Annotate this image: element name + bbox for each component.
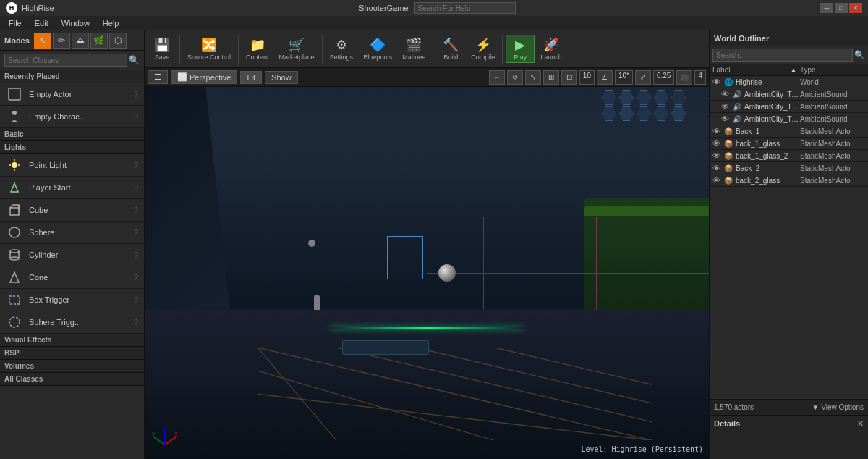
scale-snap-button[interactable]: ⤢ xyxy=(635,70,651,85)
eye-icon-5[interactable]: 👁 xyxy=(712,139,723,148)
svg-point-12 xyxy=(10,250,19,253)
matinee-label: Matinee xyxy=(402,54,425,61)
perspective-label: Perspective xyxy=(190,73,231,82)
visual-effects-header[interactable]: Visual Effects xyxy=(0,334,144,347)
eye-icon-7[interactable]: 👁 xyxy=(712,164,723,172)
outliner-col-label[interactable]: Label xyxy=(712,66,790,74)
menu-help[interactable]: Help xyxy=(97,17,125,29)
viewport[interactable]: ☰ ⬜ Perspective Lit Show ↔ ↺ ⤡ ⊞ ⊡ xyxy=(145,68,709,459)
lit-button[interactable]: Lit xyxy=(240,71,262,84)
minimize-button[interactable]: ─ xyxy=(820,3,833,13)
box-trigger-help[interactable]: ? xyxy=(134,295,138,304)
all-classes-header[interactable]: All Classes xyxy=(0,373,144,386)
place-box-trigger[interactable]: Box Trigger ? xyxy=(0,289,144,311)
help-search-input[interactable] xyxy=(414,2,516,14)
sphere-trigger-help[interactable]: ? xyxy=(134,318,138,327)
class-search-input[interactable] xyxy=(4,54,127,67)
outliner-item-highrise[interactable]: 👁 🌐 Highrise World xyxy=(710,76,868,88)
blueprints-button[interactable]: 🔷 Blueprints xyxy=(359,35,396,62)
bsp-header[interactable]: BSP xyxy=(0,347,144,360)
volumes-header[interactable]: Volumes xyxy=(0,360,144,373)
outliner-item-back1glass2[interactable]: 👁 📦 back_1_glass_2 StaticMeshActo xyxy=(710,150,868,162)
content-button[interactable]: 📁 Content xyxy=(242,35,273,62)
play-button[interactable]: ▶ Play xyxy=(506,35,535,63)
outliner-item-ambient-3[interactable]: 👁 🔊 AmbientCity_TypeD_Stereo_{AmbientSou… xyxy=(710,113,868,125)
svg-line-20 xyxy=(336,348,652,422)
place-empty-character[interactable]: Empty Charac... ? xyxy=(0,106,144,128)
place-player-start[interactable]: Player Start ? xyxy=(0,177,144,199)
outliner-search-input[interactable] xyxy=(712,49,853,62)
build-button[interactable]: 🔨 Build xyxy=(436,35,465,62)
title-bar-left: H HighRise xyxy=(6,2,54,14)
camera-speed-button[interactable]: 🎥 xyxy=(676,70,692,85)
save-button[interactable]: 💾 Save xyxy=(148,35,176,62)
mode-foliage-button[interactable]: 🌿 xyxy=(90,33,108,49)
perspective-button[interactable]: ⬜ Perspective xyxy=(171,70,237,84)
viewport-menu-button[interactable]: ☰ xyxy=(148,70,168,84)
eye-icon-1[interactable]: 👁 xyxy=(721,90,731,98)
empty-character-help[interactable]: ? xyxy=(134,112,138,121)
marketplace-button[interactable]: 🛒 Marketplace xyxy=(275,35,319,62)
eye-icon-4[interactable]: 👁 xyxy=(712,127,723,135)
view-options-button[interactable]: ▼ View Options xyxy=(812,403,864,411)
outliner-item-back1glass[interactable]: 👁 📦 back_1_glass StaticMeshActo xyxy=(710,138,868,150)
cylinder-help[interactable]: ? xyxy=(134,250,138,259)
cone-help[interactable]: ? xyxy=(134,273,138,282)
rotate-button[interactable]: ↺ xyxy=(507,70,523,85)
outliner-item-back1[interactable]: 👁 📦 Back_1 StaticMeshActo xyxy=(710,125,868,138)
viewport-scene[interactable]: X Y Z Level: Highrise (Persistent) xyxy=(145,87,709,459)
settings-button[interactable]: ⚙ Settings xyxy=(326,35,358,62)
maximize-button[interactable]: □ xyxy=(835,3,848,13)
lights-header[interactable]: Lights xyxy=(0,141,144,154)
mode-select-button[interactable]: ↖ xyxy=(34,33,51,49)
snap-button[interactable]: ⊞ xyxy=(543,70,559,85)
place-sphere[interactable]: Sphere ? xyxy=(0,222,144,244)
compile-button[interactable]: ⚡ Compile xyxy=(467,35,499,62)
place-cone[interactable]: Cone ? xyxy=(0,266,144,289)
eye-icon-8[interactable]: 👁 xyxy=(712,176,723,185)
scale-button[interactable]: ⤡ xyxy=(525,70,541,85)
toolbar-separator-3 xyxy=(322,35,323,64)
menu-edit[interactable]: Edit xyxy=(29,17,54,29)
player-start-help[interactable]: ? xyxy=(134,183,138,192)
outliner-item-back2[interactable]: 👁 📦 Back_2 StaticMeshActo xyxy=(710,162,868,174)
place-point-light[interactable]: Point Light ? xyxy=(0,154,144,177)
place-cube[interactable]: Cube ? xyxy=(0,199,144,222)
mode-paint-button[interactable]: ✏ xyxy=(53,33,70,49)
menu-file[interactable]: File xyxy=(3,17,27,29)
outliner-col-type[interactable]: Type xyxy=(800,66,865,74)
translate-button[interactable]: ↔ xyxy=(489,70,505,85)
cube-label: Cube xyxy=(29,206,134,214)
eye-icon-0[interactable]: 👁 xyxy=(712,77,723,86)
details-close-button[interactable]: ✕ xyxy=(857,419,864,429)
eye-icon-2[interactable]: 👁 xyxy=(721,102,731,111)
grid-button[interactable]: ⊡ xyxy=(561,70,577,85)
outliner-item-ambient-1[interactable]: 👁 🔊 AmbientCity_TypeC_Stereo AmbientSoun… xyxy=(710,88,868,101)
cube-help[interactable]: ? xyxy=(134,206,138,214)
outliner-type-7: StaticMeshActo xyxy=(800,164,865,172)
matinee-button[interactable]: 🎬 Matinee xyxy=(398,35,430,62)
launch-button[interactable]: 🚀 Launch xyxy=(536,35,566,62)
basic-header[interactable]: Basic xyxy=(0,128,144,141)
mode-geometry-button[interactable]: ⬡ xyxy=(109,33,127,49)
menu-window[interactable]: Window xyxy=(56,17,95,29)
empty-actor-help[interactable]: ? xyxy=(134,90,138,98)
show-label: Show xyxy=(271,73,292,82)
show-button[interactable]: Show xyxy=(265,71,298,84)
place-empty-actor[interactable]: Empty Actor ? xyxy=(0,83,144,106)
source-control-button[interactable]: 🔀 Source Control xyxy=(183,35,235,62)
eye-icon-6[interactable]: 👁 xyxy=(712,151,723,160)
right-panel: World Outliner 🔍 Label ▲ Type 👁 🌐 Highri… xyxy=(709,30,868,459)
close-button[interactable]: ✕ xyxy=(849,3,862,13)
save-label: Save xyxy=(155,54,170,61)
sphere-help[interactable]: ? xyxy=(134,228,138,237)
angle-button[interactable]: ∠ xyxy=(597,70,613,85)
place-sphere-trigger[interactable]: Sphere Trigg... ? xyxy=(0,311,144,334)
place-cylinder[interactable]: Cylinder ? xyxy=(0,244,144,266)
eye-icon-3[interactable]: 👁 xyxy=(721,114,731,123)
mode-landscape-button[interactable]: ⛰ xyxy=(72,33,89,49)
recently-placed-header[interactable]: Recently Placed xyxy=(0,70,144,83)
outliner-item-back2glass[interactable]: 👁 📦 back_2_glass StaticMeshActo xyxy=(710,174,868,187)
point-light-help[interactable]: ? xyxy=(134,161,138,169)
outliner-item-ambient-2[interactable]: 👁 🔊 AmbientCity_TypeC_Stereo_{AmbientSou… xyxy=(710,101,868,113)
